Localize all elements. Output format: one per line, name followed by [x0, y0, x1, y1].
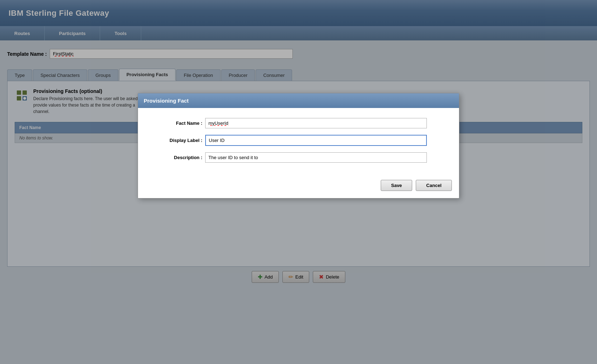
fact-name-label: Fact Name : — [145, 120, 202, 126]
display-label-input[interactable] — [205, 135, 427, 146]
modal-body: Fact Name : Display Label : Description … — [138, 108, 459, 176]
modal-cancel-button[interactable]: Cancel — [416, 180, 452, 191]
modal-save-button[interactable]: Save — [381, 180, 412, 191]
modal-title: Provisioning Fact — [144, 98, 189, 104]
display-label-row: Display Label : — [145, 135, 452, 146]
description-row: Description : — [145, 152, 452, 163]
description-label: Description : — [145, 155, 202, 160]
fact-name-row: Fact Name : — [145, 118, 452, 128]
modal-header: Provisioning Fact — [138, 93, 459, 108]
provisioning-fact-modal: Provisioning Fact Fact Name : Display La… — [138, 93, 459, 198]
description-input[interactable] — [205, 152, 427, 163]
modal-overlay: Provisioning Fact Fact Name : Display La… — [0, 0, 597, 364]
display-label-label: Display Label : — [145, 138, 202, 143]
modal-footer: Save Cancel — [138, 176, 459, 198]
fact-name-input[interactable] — [205, 118, 427, 128]
